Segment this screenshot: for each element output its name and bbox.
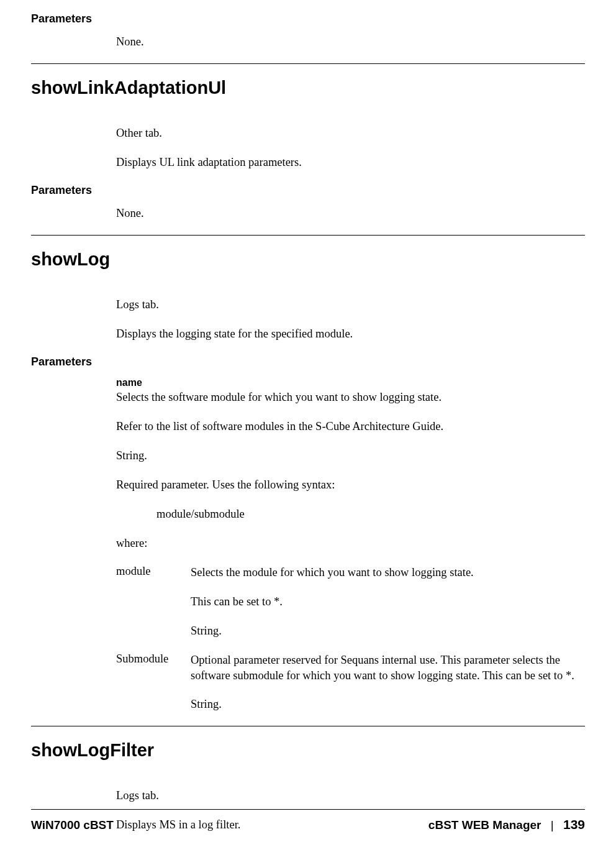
command-heading-showlogfilter: showLogFilter [31, 740, 585, 761]
section-parameters-heading: Parameters [31, 355, 585, 369]
body-text: Selects the software module for which yo… [116, 390, 585, 405]
footer-title: cBST WEB Manager [428, 818, 541, 831]
page-footer: WiN7000 cBST cBST WEB Manager | 139 [31, 809, 585, 832]
body-block: None. [116, 34, 585, 50]
body-text: String. [191, 697, 585, 712]
definition-desc: Selects the module for which you want to… [191, 565, 585, 639]
footer-separator: | [551, 818, 554, 831]
body-block: Logs tab. Displays the logging state for… [116, 297, 585, 342]
body-text: Refer to the list of software modules in… [116, 419, 585, 434]
syntax-text: module/submodule [156, 506, 585, 522]
body-text: Other tab. [116, 126, 585, 141]
body-text: Optional parameter reserved for Sequans … [191, 652, 585, 684]
body-text: Logs tab. [116, 788, 585, 804]
body-block: None. [116, 206, 585, 221]
body-text: String. [191, 623, 585, 639]
footer-left: WiN7000 cBST [31, 818, 114, 832]
definition-row: Submodule Optional parameter reserved fo… [116, 652, 585, 713]
body-block: name Selects the software module for whi… [116, 377, 585, 713]
body-text: Required parameter. Uses the following s… [116, 477, 585, 493]
body-text: None. [116, 206, 585, 221]
definition-term: Submodule [116, 652, 191, 713]
section-divider [31, 726, 585, 726]
section-divider [31, 63, 585, 64]
section-parameters-heading: Parameters [31, 184, 585, 197]
body-text: Selects the module for which you want to… [191, 565, 585, 580]
section-divider [31, 235, 585, 236]
definition-desc: Optional parameter reserved for Sequans … [191, 652, 585, 713]
body-text: None. [116, 34, 585, 50]
footer-right: cBST WEB Manager | 139 [428, 817, 585, 832]
command-heading-showlinkadaptationul: showLinkAdaptationUl [31, 78, 585, 98]
footer-page-number: 139 [563, 817, 585, 831]
body-text: String. [116, 448, 585, 464]
body-text: Displays UL link adaptation parameters. [116, 155, 585, 170]
section-parameters-heading: Parameters [31, 12, 585, 25]
body-text: This can be set to *. [191, 594, 585, 610]
body-text: Displays the logging state for the speci… [116, 326, 585, 342]
body-block: Other tab. Displays UL link adaptation p… [116, 126, 585, 170]
body-text: Logs tab. [116, 297, 585, 313]
definition-term: module [116, 565, 191, 639]
definition-row: module Selects the module for which you … [116, 565, 585, 639]
command-heading-showlog: showLog [31, 249, 585, 270]
parameter-name-label: name [116, 377, 585, 388]
body-text: where: [116, 536, 585, 551]
